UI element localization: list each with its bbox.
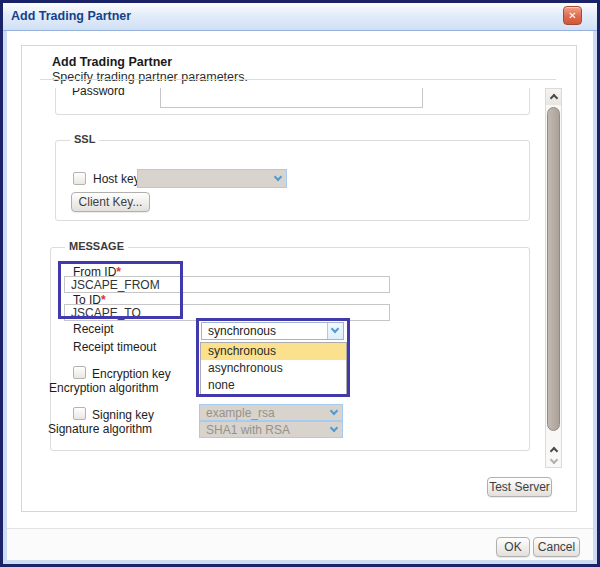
vertical-scrollbar[interactable] xyxy=(545,88,562,468)
signing-key-label: Signing key xyxy=(92,408,154,422)
signing-key-checkbox[interactable] xyxy=(73,407,86,420)
add-trading-partner-dialog: Add Trading Partner ✕ Add Trading Partne… xyxy=(0,0,600,567)
scrollbar-thumb[interactable] xyxy=(547,107,560,431)
encryption-key-label: Encryption key xyxy=(92,367,171,381)
host-key-select[interactable] xyxy=(137,169,287,188)
option-synchronous[interactable]: synchronous xyxy=(201,343,346,360)
wizard-panel: Add Trading Partner Specify trading part… xyxy=(21,45,577,512)
chevron-down-icon xyxy=(330,423,338,431)
receipt-value: synchronous xyxy=(208,323,325,340)
signature-algorithm-trigger[interactable] xyxy=(326,422,342,437)
footer-bar: OK Cancel xyxy=(7,528,593,560)
to-id-input[interactable] xyxy=(64,304,390,321)
chevron-down-icon xyxy=(549,456,557,464)
receipt-select[interactable]: synchronous xyxy=(201,322,344,340)
dialog-body: Add Trading Partner Specify trading part… xyxy=(7,31,593,560)
receipt-trigger[interactable] xyxy=(327,323,343,339)
from-id-input[interactable] xyxy=(64,276,390,293)
signature-algorithm-select[interactable]: SHA1 with RSA xyxy=(199,421,343,438)
ssl-legend: SSL xyxy=(70,133,99,145)
signing-key-value: example_rsa xyxy=(206,405,324,422)
password-input[interactable] xyxy=(160,88,423,108)
wizard-header: Add Trading Partner Specify trading part… xyxy=(52,55,248,85)
message-legend: MESSAGE xyxy=(65,240,128,252)
chevron-down-icon xyxy=(331,325,339,333)
title-bar: Add Trading Partner ✕ xyxy=(3,3,597,31)
form-scroll-area: Password SSL Host key Client Key... MESS… xyxy=(36,88,532,470)
receipt-label: Receipt xyxy=(73,322,114,336)
test-server-button[interactable]: Test Server xyxy=(487,477,552,497)
scroll-up-button[interactable] xyxy=(546,89,561,105)
host-key-trigger[interactable] xyxy=(270,170,286,187)
signature-algorithm-value: SHA1 with RSA xyxy=(206,422,324,439)
cancel-button[interactable]: Cancel xyxy=(533,537,580,557)
close-icon[interactable]: ✕ xyxy=(563,6,582,25)
signature-algorithm-label: Signature algorithm xyxy=(48,422,152,436)
receipt-timeout-label: Receipt timeout xyxy=(73,340,156,354)
signing-key-select[interactable]: example_rsa xyxy=(199,404,343,421)
header-divider xyxy=(40,79,556,80)
host-key-checkbox[interactable] xyxy=(73,172,86,185)
encryption-algorithm-label: Encryption algorithm xyxy=(49,381,158,395)
signing-key-trigger[interactable] xyxy=(326,405,342,420)
chevron-down-icon xyxy=(330,406,338,414)
scroll-down-button[interactable] xyxy=(546,456,561,467)
encryption-key-checkbox[interactable] xyxy=(73,366,86,379)
option-none[interactable]: none xyxy=(201,377,346,394)
client-key-button[interactable]: Client Key... xyxy=(71,192,150,212)
password-label: Password xyxy=(72,88,125,98)
chevron-up-icon xyxy=(549,447,557,455)
host-key-label: Host key xyxy=(93,172,140,186)
chevron-down-icon xyxy=(274,172,282,180)
window-title: Add Trading Partner xyxy=(11,9,131,23)
ok-button[interactable]: OK xyxy=(496,537,530,557)
option-asynchronous[interactable]: asynchronous xyxy=(201,360,346,377)
wizard-subtitle: Specify trading partner parameters. xyxy=(52,70,248,85)
wizard-title: Add Trading Partner xyxy=(52,55,248,70)
chevron-up-icon xyxy=(549,94,557,102)
receipt-options-popup: synchronous asynchronous none xyxy=(200,342,347,395)
